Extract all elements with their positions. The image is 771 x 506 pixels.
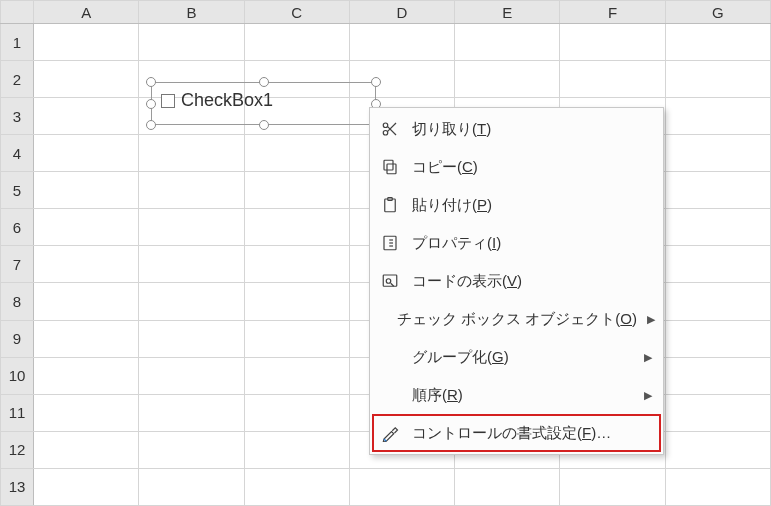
- cell[interactable]: [34, 357, 139, 394]
- cell[interactable]: [139, 172, 244, 209]
- cell[interactable]: [139, 357, 244, 394]
- cell[interactable]: [665, 320, 770, 357]
- cell[interactable]: [665, 283, 770, 320]
- cell[interactable]: [244, 209, 349, 246]
- row-header[interactable]: 12: [1, 431, 34, 468]
- select-all-corner[interactable]: [1, 1, 34, 24]
- cell[interactable]: [139, 209, 244, 246]
- cell[interactable]: [139, 431, 244, 468]
- menu-label: グループ化(G): [412, 348, 631, 367]
- menu-label: コピー(C): [412, 158, 631, 177]
- cell[interactable]: [665, 468, 770, 505]
- cell[interactable]: [244, 24, 349, 61]
- cell[interactable]: [244, 172, 349, 209]
- row-header[interactable]: 9: [1, 320, 34, 357]
- row-header[interactable]: 7: [1, 246, 34, 283]
- row-header[interactable]: 1: [1, 24, 34, 61]
- row-header[interactable]: 11: [1, 394, 34, 431]
- chevron-right-icon: ▶: [647, 313, 655, 326]
- menu-order[interactable]: 順序(R) ▶: [372, 376, 661, 414]
- cell[interactable]: [34, 98, 139, 135]
- cell[interactable]: [665, 209, 770, 246]
- cell[interactable]: [665, 431, 770, 468]
- menu-checkbox-object[interactable]: チェック ボックス オブジェクト(O) ▶: [372, 300, 661, 338]
- row-header[interactable]: 5: [1, 172, 34, 209]
- cell[interactable]: [34, 24, 139, 61]
- menu-cut[interactable]: 切り取り(T): [372, 110, 661, 148]
- cell[interactable]: [665, 98, 770, 135]
- cell[interactable]: [244, 246, 349, 283]
- cell[interactable]: [560, 61, 665, 98]
- menu-view-code[interactable]: コードの表示(V): [372, 262, 661, 300]
- checkbox-control[interactable]: CheckBox1: [151, 82, 376, 125]
- cell[interactable]: [244, 283, 349, 320]
- col-header[interactable]: D: [349, 1, 454, 24]
- cell[interactable]: [560, 468, 665, 505]
- resize-handle[interactable]: [146, 99, 156, 109]
- cell[interactable]: [244, 394, 349, 431]
- menu-format-control[interactable]: コントロールの書式設定(F)…: [372, 414, 661, 452]
- row-header[interactable]: 3: [1, 98, 34, 135]
- cell[interactable]: [244, 135, 349, 172]
- paste-icon: [378, 196, 402, 214]
- cell[interactable]: [139, 283, 244, 320]
- cell[interactable]: [34, 431, 139, 468]
- cell[interactable]: [139, 320, 244, 357]
- menu-copy[interactable]: コピー(C): [372, 148, 661, 186]
- cell[interactable]: [455, 61, 560, 98]
- row-header[interactable]: 6: [1, 209, 34, 246]
- cell[interactable]: [139, 135, 244, 172]
- row-header[interactable]: 2: [1, 61, 34, 98]
- col-header[interactable]: B: [139, 1, 244, 24]
- cell[interactable]: [665, 24, 770, 61]
- cell[interactable]: [34, 320, 139, 357]
- cell[interactable]: [244, 468, 349, 505]
- cell[interactable]: [349, 24, 454, 61]
- menu-group[interactable]: グループ化(G) ▶: [372, 338, 661, 376]
- resize-handle[interactable]: [146, 77, 156, 87]
- cell[interactable]: [34, 172, 139, 209]
- cell[interactable]: [665, 357, 770, 394]
- cell[interactable]: [560, 24, 665, 61]
- cell[interactable]: [34, 135, 139, 172]
- copy-icon: [378, 158, 402, 176]
- cell[interactable]: [34, 394, 139, 431]
- cell[interactable]: [139, 394, 244, 431]
- menu-properties[interactable]: プロパティ(I): [372, 224, 661, 262]
- resize-handle[interactable]: [259, 120, 269, 130]
- menu-label: コードの表示(V): [412, 272, 631, 291]
- cell[interactable]: [244, 431, 349, 468]
- cell[interactable]: [665, 394, 770, 431]
- cell[interactable]: [665, 246, 770, 283]
- cell[interactable]: [455, 468, 560, 505]
- cell[interactable]: [244, 357, 349, 394]
- cell[interactable]: [665, 135, 770, 172]
- col-header[interactable]: C: [244, 1, 349, 24]
- cell[interactable]: [34, 61, 139, 98]
- cell[interactable]: [665, 172, 770, 209]
- row-header[interactable]: 4: [1, 135, 34, 172]
- cell[interactable]: [349, 468, 454, 505]
- resize-handle[interactable]: [371, 77, 381, 87]
- resize-handle[interactable]: [146, 120, 156, 130]
- cell[interactable]: [244, 320, 349, 357]
- row-header[interactable]: 10: [1, 357, 34, 394]
- row-header[interactable]: 13: [1, 468, 34, 505]
- menu-paste[interactable]: 貼り付け(P): [372, 186, 661, 224]
- cell[interactable]: [34, 209, 139, 246]
- cell[interactable]: [34, 246, 139, 283]
- col-header[interactable]: A: [34, 1, 139, 24]
- col-header[interactable]: G: [665, 1, 770, 24]
- cell[interactable]: [34, 283, 139, 320]
- col-header[interactable]: F: [560, 1, 665, 24]
- checkbox-label: CheckBox1: [181, 90, 273, 111]
- cell[interactable]: [455, 24, 560, 61]
- cell[interactable]: [139, 246, 244, 283]
- cell[interactable]: [665, 61, 770, 98]
- cell[interactable]: [34, 468, 139, 505]
- row-header[interactable]: 8: [1, 283, 34, 320]
- cell[interactable]: [139, 24, 244, 61]
- col-header[interactable]: E: [455, 1, 560, 24]
- cell[interactable]: [139, 468, 244, 505]
- resize-handle[interactable]: [259, 77, 269, 87]
